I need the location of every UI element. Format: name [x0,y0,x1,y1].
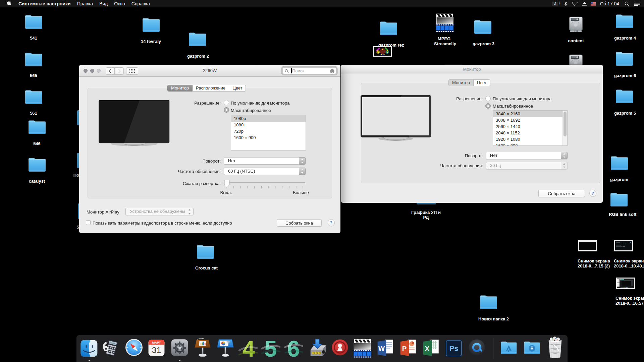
menu-app-name[interactable]: Системные настройки [18,0,71,7]
desktop-folder-14-fevraly[interactable]: 14 fevraly [141,16,161,44]
dock-safari[interactable] [125,339,143,358]
dock-trash[interactable] [547,337,564,360]
right-tab-monitor[interactable]: Монитор [448,79,474,86]
dock-calendar[interactable]: МАРТ 31 [148,339,165,358]
menu-edit[interactable]: Правка [77,0,93,7]
close-button[interactable] [84,69,88,73]
left-resolution-list[interactable]: 1080p 1080i 720p 1600 × 900 [231,115,306,150]
right-list-scrollbar-thumb[interactable] [564,112,567,136]
dock-applications-folder[interactable] [500,340,518,356]
search-field[interactable]: Поиск [281,66,337,75]
desktop-folder-gazprom-5[interactable]: gazprom 5 [614,88,634,116]
menu-clock[interactable]: Сб 17:04 [600,0,619,7]
eject-icon[interactable] [582,2,587,6]
dock-resolume-5[interactable]: 5 [261,338,280,360]
right-help-button[interactable]: ? [589,190,596,197]
desktop-folder-546[interactable]: 546 [27,119,47,146]
desktop-screenshot-1[interactable]: Снимок экрана2018-0...7.15 (2) [578,240,597,268]
right-resolution-option[interactable]: 2560 × 1440 [493,123,567,130]
right-tab-color[interactable]: Цвет [474,79,490,86]
desktop-folder-gazprom-rez[interactable]: gazprom rez [378,20,398,48]
left-tab-arrangement[interactable]: Расположение [193,85,229,92]
left-radio-scaled[interactable] [224,107,229,113]
desktop-folder-grafika-label[interactable]: Графика УП иРД [406,210,446,220]
dock-system-preferences[interactable] [171,339,189,358]
desktop-folder-rgb-link-soft[interactable]: RGB link soft [609,191,629,217]
left-tab-color[interactable]: Цвет [229,85,246,92]
apple-menu-icon[interactable] [7,1,12,7]
underscan-slider[interactable] [224,180,306,189]
dock-powerpoint[interactable]: P [399,339,418,359]
mirror-menubar-checkbox[interactable] [86,220,91,225]
left-gather-windows-button[interactable]: Собрать окна [277,219,322,227]
search-clear-button[interactable] [330,69,334,73]
dock-calculator[interactable]: Печенег Sonoma [103,339,120,359]
dock-mpeg-streamclip[interactable] [353,339,372,359]
desktop-folder-catalyst[interactable]: catalyst [27,156,47,184]
desktop-folder-561[interactable]: 561 [23,88,44,116]
right-resolution-list[interactable]: 3840 × 2160 3008 × 1692 2560 × 1440 2048… [493,110,568,146]
left-resolution-option[interactable]: 1080p [231,115,306,122]
right-window-titlebar[interactable]: Монитор [341,65,603,73]
dock-keynote[interactable] [216,338,234,359]
wifi-icon[interactable] [572,2,578,6]
desktop-drive-content[interactable]: content [567,15,585,43]
dock-photoshop[interactable]: Ps [445,339,463,359]
slider-knob[interactable] [224,180,230,188]
left-radio-default[interactable] [224,100,229,105]
desktop-folder-novaya-papka-2[interactable]: Новая папка 2 [478,294,498,321]
left-resolution-option[interactable]: 1600 × 900 [231,134,306,141]
show-all-button[interactable] [126,67,138,75]
dock-capture-utility[interactable] [307,339,327,359]
desktop-file-partial-top[interactable] [443,62,463,65]
desktop-screenshot-3[interactable]: Снимок экрана2018-0...16.57.15 [615,278,635,306]
menu-help[interactable]: Справка [131,0,150,7]
right-resolution-option[interactable]: 1600 × 900 [493,142,567,146]
menu-view[interactable]: Вид [99,0,108,7]
input-language-flag[interactable] [591,2,596,6]
adobe-cc-icon[interactable]: A [552,2,558,6]
spotlight-search-icon[interactable] [625,1,629,6]
desktop-folder-565[interactable]: 565 [23,51,44,78]
desktop-folder-gazprom-3[interactable]: gazprom 3 [473,18,493,46]
dock-word[interactable]: W [376,339,395,359]
dock-finder[interactable] [80,340,98,359]
desktop-file-mpeg-streamclip[interactable]: MPEGStreamclip [434,13,454,46]
minimize-button[interactable] [90,69,94,73]
zoom-button[interactable] [97,69,101,73]
dock-excel[interactable]: X [422,339,440,359]
menu-window[interactable]: Окно [114,0,125,7]
left-refresh-popup[interactable]: 60 Гц (NTSC) [224,168,306,175]
right-resolution-option[interactable]: 3008 × 1692 [493,117,567,123]
left-tab-monitor[interactable]: Монитор [167,85,193,92]
right-resolution-option[interactable]: 3840 × 2160 [493,111,567,117]
right-resolution-option[interactable]: 2048 × 1152 [493,130,567,136]
desktop-drive-partial[interactable] [567,53,585,65]
airplay-popup[interactable]: Устройства не обнаружены [125,208,194,215]
dock-downloads-folder[interactable] [523,340,541,356]
desktop-folder-gazprom-6[interactable]: gazprom 6 [614,50,634,78]
right-radio-default[interactable] [485,96,491,101]
left-rotation-popup[interactable]: Нет [224,157,306,165]
desktop-folder-gazprom[interactable]: gazprom [609,155,629,182]
dock-keynote-09[interactable] [194,337,212,359]
right-resolution-option[interactable]: 644 × 362 [493,136,567,142]
right-radio-scaled[interactable] [485,103,491,109]
desktop-screenshot-2[interactable]: Снимок экрана2018-0...10.40.23 [614,240,633,268]
back-button[interactable] [106,67,115,75]
notification-center-icon[interactable] [634,2,640,6]
dock-resolume-4[interactable]: 4 [238,338,258,360]
bluetooth-icon[interactable] [564,2,567,6]
forward-button[interactable] [115,67,124,75]
dock-red-app[interactable] [331,339,349,358]
dock-resolume-6[interactable]: 6 [284,338,303,360]
left-resolution-option[interactable]: 1080i [231,122,306,128]
right-rotation-popup[interactable]: Нет [486,152,568,159]
right-refresh-popup[interactable]: 30 Гц [486,162,568,169]
right-gather-windows-button[interactable]: Собрать окна [538,190,585,197]
desktop-folder-gazprom-2[interactable]: gazprom 2 [187,31,207,59]
desktop-folder-crocus-cat[interactable]: Crocus cat [195,243,215,270]
left-help-button[interactable]: ? [328,219,335,226]
desktop-folder-ho-label[interactable]: Ho [66,173,79,178]
dock-quicktime[interactable] [468,339,486,358]
